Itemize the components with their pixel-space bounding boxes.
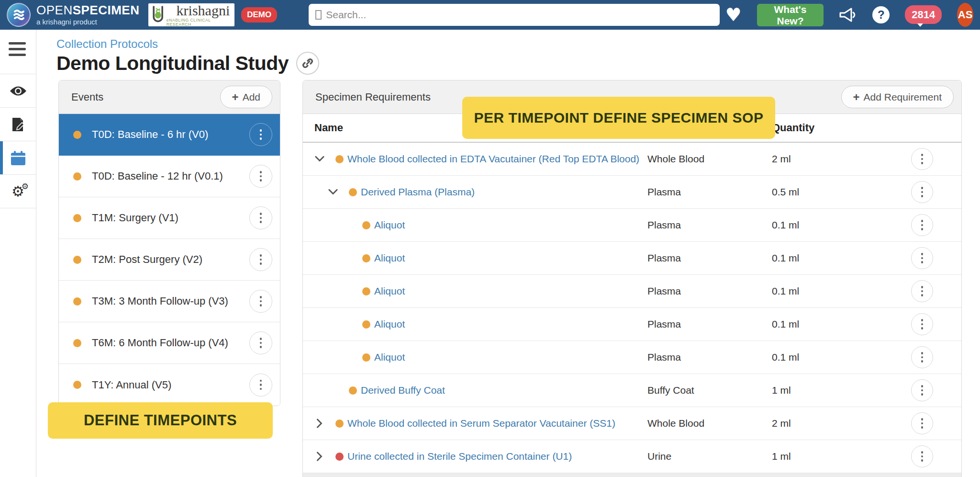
kebab-menu-button[interactable] (249, 206, 272, 229)
requirement-actions (882, 412, 962, 434)
plus-icon: + (853, 91, 860, 104)
kebab-dot (260, 175, 262, 178)
kebab-dot (260, 179, 262, 182)
add-requirement-button[interactable]: + Add Requirement (841, 86, 954, 108)
kebab-dot (921, 360, 924, 363)
kebab-menu-button[interactable] (911, 313, 933, 335)
event-item[interactable]: T1M: Surgery (V1) (59, 197, 280, 239)
kebab-dot (921, 327, 924, 329)
requirement-name-link[interactable]: Aliquot (374, 285, 405, 297)
requirement-name-link[interactable]: Derived Plasma (Plasma) (361, 186, 475, 198)
notification-count-badge[interactable]: 2814 (905, 5, 942, 24)
event-item[interactable]: T6M: 6 Month Follow-up (V4) (59, 322, 280, 364)
kebab-dot (921, 393, 924, 396)
sidebar-item-gears[interactable]: ⚙⚙ (0, 175, 36, 208)
event-status-dot (73, 172, 81, 181)
kebab-dot (260, 296, 262, 298)
kebab-dot (921, 191, 924, 193)
specimen-status-dot (362, 287, 370, 295)
kebab-menu-button[interactable] (249, 248, 272, 271)
kebab-menu-button[interactable] (911, 346, 933, 368)
expand-toggle-button[interactable] (314, 420, 332, 427)
event-item[interactable]: T3M: 3 Month Follow-up (V3) (59, 281, 280, 322)
breadcrumb[interactable]: Collection Protocols (56, 37, 158, 51)
event-label: T3M: 3 Month Follow-up (V3) (92, 295, 249, 307)
specimen-requirement-row: AliquotPlasma0.1 ml (303, 341, 961, 374)
specimen-status-dot (335, 155, 344, 163)
event-item[interactable]: T0D: Baseline - 6 hr (V0) (59, 114, 280, 156)
requirement-type: Plasma (647, 219, 772, 231)
event-item[interactable]: T1Y: Annual (V5) (59, 364, 280, 406)
kebab-dot (921, 319, 924, 321)
expand-toggle-button[interactable] (314, 156, 332, 162)
requirement-actions (882, 247, 962, 269)
requirement-name-link[interactable]: Aliquot (374, 318, 405, 330)
expand-toggle-button[interactable] (328, 189, 345, 195)
add-event-button[interactable]: + Add (220, 86, 272, 108)
kebab-dot (260, 300, 262, 303)
requirement-name-link[interactable]: Whole Blood collected in EDTA Vacutainer… (347, 153, 639, 165)
kebab-menu-button[interactable] (911, 412, 933, 434)
notification-badge-wrap[interactable]: 2814 (905, 9, 942, 21)
kebab-dot (260, 342, 262, 344)
kebab-menu-button[interactable] (911, 280, 933, 302)
brand-specimen: SPECIMEN (73, 3, 140, 17)
requirement-type: Whole Blood (647, 418, 772, 429)
requirement-type: Urine (647, 451, 772, 462)
kebab-menu-button[interactable] (249, 290, 272, 313)
help-button[interactable]: ? (872, 6, 890, 23)
specimen-status-dot (362, 254, 370, 262)
requirement-name-link[interactable]: Aliquot (374, 219, 405, 231)
kebab-menu-button[interactable] (249, 374, 272, 397)
kebab-dot (921, 389, 924, 392)
openspecimen-logo-icon[interactable] (7, 3, 31, 27)
hamburger-menu-button[interactable] (9, 42, 26, 59)
kebab-menu-button[interactable] (249, 123, 272, 146)
kebab-menu-button[interactable] (911, 247, 933, 269)
requirement-name-link[interactable]: Whole Blood collected in Serum Separator… (347, 418, 615, 429)
sidebar-item-calendar[interactable] (0, 141, 36, 175)
specimen-requirement-row: Urine collected in Sterile Specimen Cont… (303, 440, 961, 473)
chevron-down-icon (328, 189, 338, 195)
requirement-name-link[interactable]: Urine collected in Sterile Specimen Cont… (347, 451, 572, 462)
kebab-menu-button[interactable] (911, 181, 933, 203)
page-title: Demo Longitudinal Study (56, 52, 289, 75)
kebab-dot (921, 195, 924, 197)
search-icon (315, 10, 322, 20)
requirement-name-link[interactable]: Aliquot (374, 252, 405, 264)
expand-toggle-button[interactable] (314, 453, 332, 460)
requirement-quantity: 2 ml (772, 418, 882, 429)
kebab-menu-button[interactable] (911, 445, 933, 467)
requirement-name-link[interactable]: Derived Buffy Coat (361, 385, 445, 396)
event-item[interactable]: T0D: Baseline - 12 hr (V0.1) (59, 156, 280, 197)
sidebar-item-eye[interactable] (0, 74, 36, 108)
kebab-menu-button[interactable] (911, 214, 933, 236)
heart-icon: ♥ (725, 6, 742, 24)
sidebar-item-edit-document[interactable] (0, 108, 36, 141)
requirement-quantity: 0.1 ml (772, 219, 882, 231)
event-item[interactable]: T2M: Post Surgery (V2) (59, 239, 280, 281)
requirement-name-link[interactable]: Aliquot (374, 352, 405, 363)
event-status-dot (73, 131, 81, 139)
global-search[interactable] (309, 4, 719, 26)
kebab-dot (921, 356, 924, 359)
kebab-menu-button[interactable] (911, 148, 933, 170)
specimen-requirement-row: AliquotPlasma0.1 ml (303, 308, 961, 341)
favorites-button[interactable]: ♥ (725, 6, 742, 24)
kebab-menu-button[interactable] (249, 331, 272, 354)
requirement-quantity: 2 ml (772, 153, 882, 165)
requirement-type: Plasma (647, 186, 772, 198)
requirement-quantity: 1 ml (772, 451, 882, 462)
search-input[interactable] (326, 9, 713, 21)
kebab-dot (921, 323, 924, 326)
kebab-dot (260, 304, 262, 307)
kebab-menu-button[interactable] (911, 379, 933, 401)
whats-new-button[interactable]: What's New? (757, 4, 824, 26)
announcements-button[interactable] (839, 7, 857, 23)
specimen-status-dot (362, 221, 370, 229)
kebab-menu-button[interactable] (249, 165, 272, 188)
kebab-dot (921, 253, 924, 255)
copy-link-button[interactable] (296, 52, 319, 75)
requirement-actions (882, 445, 962, 467)
avatar[interactable]: AS (957, 3, 973, 27)
